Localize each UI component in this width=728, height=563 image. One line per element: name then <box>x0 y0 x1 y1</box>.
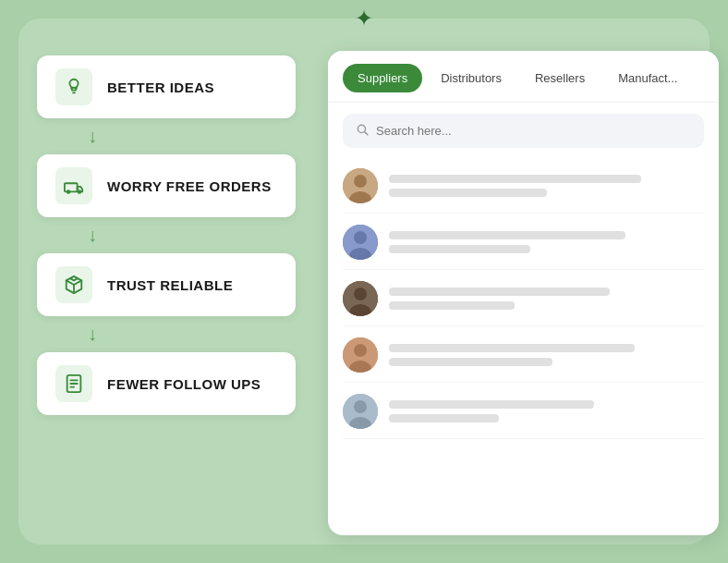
step-better-ideas: BETTER IDEAS <box>37 55 296 118</box>
search-bar <box>343 114 704 148</box>
step-worry-free-label: WORRY FREE ORDERS <box>107 178 272 194</box>
right-panel: Suppliers Distributors Resellers Manufac… <box>328 51 719 535</box>
connector-1: ↓ <box>88 118 97 154</box>
item-lines <box>389 175 704 197</box>
search-input[interactable] <box>376 124 691 138</box>
line-secondary <box>389 358 552 366</box>
list-item <box>343 272 704 326</box>
connector-3: ↓ <box>88 316 97 352</box>
tab-manufacturers[interactable]: Manufact... <box>603 64 692 92</box>
step-better-ideas-label: BETTER IDEAS <box>107 80 214 95</box>
document-icon <box>55 365 92 402</box>
list-item <box>343 328 704 383</box>
line-secondary <box>389 245 530 253</box>
avatar <box>343 168 378 203</box>
bulb-icon <box>55 68 92 105</box>
line-secondary <box>389 301 515 310</box>
avatar <box>343 281 378 316</box>
svg-line-10 <box>365 132 368 135</box>
item-lines <box>389 400 704 422</box>
line-primary <box>389 288 610 296</box>
line-secondary <box>389 189 547 197</box>
line-secondary <box>389 414 499 422</box>
steps-panel: BETTER IDEAS ↓ WORRY FREE ORDERS ↓ TRUST <box>37 55 314 415</box>
step-trust-reliable: TRUST RELIABLE <box>37 253 296 316</box>
tab-suppliers[interactable]: Suppliers <box>343 64 422 92</box>
svg-point-21 <box>354 344 367 357</box>
tab-resellers[interactable]: Resellers <box>520 64 600 92</box>
item-lines <box>389 231 704 253</box>
item-lines <box>389 288 704 310</box>
list-item <box>343 215 704 270</box>
svg-point-12 <box>354 175 367 188</box>
item-lines <box>389 344 704 366</box>
tab-distributors[interactable]: Distributors <box>426 64 516 92</box>
svg-point-24 <box>354 400 367 413</box>
line-primary <box>389 400 594 409</box>
contact-list <box>328 159 719 439</box>
list-item <box>343 385 704 439</box>
step-fewer-follow-ups: FEWER FOLLOW UPS <box>37 352 296 415</box>
svg-point-0 <box>69 80 78 88</box>
star-decoration: ✦ <box>353 7 375 30</box>
avatar <box>343 337 378 373</box>
avatar <box>343 394 378 429</box>
truck-icon <box>55 167 92 204</box>
line-primary <box>389 344 635 352</box>
avatar <box>343 225 378 260</box>
svg-point-15 <box>354 231 367 244</box>
svg-point-18 <box>354 288 367 300</box>
search-icon <box>356 123 369 139</box>
line-primary <box>389 175 641 183</box>
step-worry-free-orders: WORRY FREE ORDERS <box>37 154 296 217</box>
step-fewer-follow-ups-label: FEWER FOLLOW UPS <box>107 376 261 392</box>
tabs-bar: Suppliers Distributors Resellers Manufac… <box>328 51 719 103</box>
list-item <box>343 159 704 214</box>
step-trust-reliable-label: TRUST RELIABLE <box>107 277 233 293</box>
svg-rect-1 <box>65 183 78 191</box>
line-primary <box>389 231 625 239</box>
box-icon <box>55 266 92 303</box>
connector-2: ↓ <box>88 217 97 253</box>
